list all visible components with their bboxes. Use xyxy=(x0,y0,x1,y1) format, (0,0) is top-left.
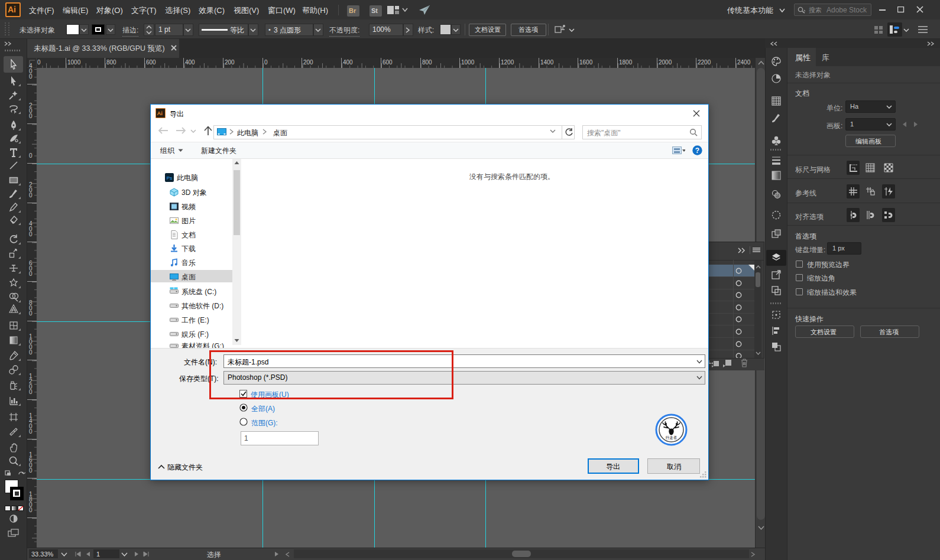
svg-text:Ps: Ps xyxy=(167,175,172,181)
svg-text:行走者: 行走者 xyxy=(666,435,678,440)
svg-text:?: ? xyxy=(695,146,699,155)
